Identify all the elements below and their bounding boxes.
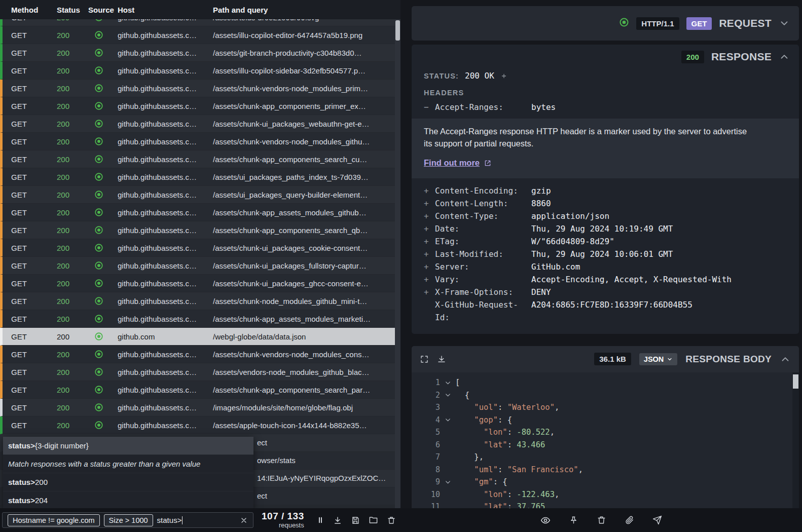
autocomplete-item[interactable]: status>204 [3,491,253,509]
expand-plus-icon[interactable]: + [424,286,435,298]
autocomplete-item[interactable]: Match responses with a status greater th… [3,454,253,473]
row-method: GET [11,49,57,57]
row-path: ect [257,491,267,500]
header-row[interactable]: +Vary:Accept-Encoding, Accept, X-Request… [412,273,799,286]
request-section-header[interactable]: HTTP/1.1 GET REQUEST [412,6,799,41]
expand-plus-icon[interactable]: + [424,273,435,286]
table-row[interactable]: GET 200 github.githubassets.c… /assets/c… [0,80,395,97]
table-row[interactable]: GET 200 github.githubassets.c… /assets/v… [0,363,395,381]
header-row[interactable]: +Content-Length:8860 [412,197,799,210]
row-status-badge: 200 [57,155,88,164]
filter-input[interactable]: status> [157,516,183,524]
request-counter: 107 / 133 requests [262,511,304,529]
jump-to-end-icon[interactable] [333,516,342,525]
editor-scrollbar-thumb[interactable] [793,374,798,389]
header-name: Accept-Ranges: [435,101,531,113]
paperclip-icon[interactable] [625,515,634,525]
header-row[interactable]: +Content-Encoding:gzip [412,184,799,197]
pin-icon[interactable] [569,515,578,525]
table-row[interactable]: GET 200 github.githubassets.c… /assets/c… [0,346,395,363]
chevron-down-icon [667,356,673,362]
filter-chip[interactable]: Size > 1000 [104,514,153,526]
table-row[interactable]: GET 200 github.githubassets.c… /assets/c… [0,133,395,150]
header-row[interactable]: +Content-Type:application/json [412,210,799,222]
code-text: "uol": "Waterloo", [455,403,559,412]
header-row[interactable]: +Date:Thu, 29 Aug 2024 10:19:49 GMT [412,222,799,235]
response-body-header[interactable]: 36.1 kB JSON RESPONSE BODY [412,346,799,372]
table-row[interactable]: GET 200 github.githubassets.c… /assets/c… [0,221,395,239]
table-row[interactable]: GET 200 github.githubassets.c… /assets/u… [0,168,395,186]
header-row[interactable]: −Accept-Ranges:bytes [412,101,799,113]
table-row[interactable]: GET 200 github.githubassets.c… /assets/t… [0,19,395,26]
table-row[interactable]: GET 200 github.githubassets.c… /assets/c… [0,292,395,310]
header-row[interactable]: +Server:GitHub.com [412,260,799,273]
pause-intercept-icon[interactable] [316,516,324,524]
send-icon[interactable] [652,515,662,525]
table-row[interactable]: GET 200 github.githubassets.c… /assets/a… [0,416,395,434]
table-row[interactable]: GET 200 github.githubassets.c… /assets/i… [0,62,395,80]
body-code-editor[interactable]: 1[2 {3 "uol": "Waterloo",4 "gop": {5 "lo… [412,372,799,508]
chevron-up-icon[interactable] [779,51,790,62]
response-section-header[interactable]: 200 RESPONSE [412,45,799,69]
row-status-badge: 200 [57,279,88,288]
format-select[interactable]: JSON [639,353,678,365]
delete-trash-icon[interactable] [597,515,606,525]
code-line: 6 "lat": 43.466 [412,438,799,451]
expand-plus-icon[interactable]: + [424,197,435,210]
fold-chevron-icon[interactable] [440,416,455,423]
table-scrollbar[interactable] [395,19,400,508]
expand-plus-icon[interactable]: + [424,235,435,248]
table-row[interactable]: GET 200 github.githubassets.c… /assets/c… [0,310,395,328]
expand-plus-icon[interactable]: + [424,248,435,260]
header-row[interactable]: +ETag:W/"66d04809-8d29" [412,235,799,248]
expand-fullscreen-icon[interactable] [420,355,429,364]
chevron-down-icon[interactable] [779,18,790,29]
table-row[interactable]: GET 200 github.githubassets.c… /assets/c… [0,275,395,292]
expand-plus-icon[interactable]: + [424,210,435,222]
fold-chevron-icon[interactable] [440,379,455,386]
table-row[interactable]: GET 200 github.githubassets.c… /assets/c… [0,115,395,133]
collapse-minus-icon[interactable]: − [424,101,435,113]
save-export-icon[interactable] [351,516,360,525]
filter-input-box[interactable]: Hostname != google.comSize > 1000 status… [2,512,253,528]
row-path: /assets/telds-dr0e2109dr99.svg [213,19,395,22]
fold-chevron-icon[interactable] [440,392,455,398]
open-folder-icon[interactable] [369,515,378,525]
table-scrollbar-thumb[interactable] [395,20,400,41]
table-row[interactable]: GET 200 github.githubassets.c… /images/m… [0,399,395,416]
fold-chevron-icon[interactable] [440,479,455,485]
expand-plus-icon[interactable]: + [424,222,435,235]
protocol-badge: HTTP/1.1 [636,17,679,30]
table-row[interactable]: GET 200 github.githubassets.c… /assets/c… [0,97,395,115]
table-row[interactable]: GET 200 github.githubassets.c… /assets/c… [0,381,395,399]
autocomplete-item[interactable]: status>{3-digit number} [3,437,253,454]
code-text: "lon": -80.522, [455,428,555,437]
plus-icon[interactable] [500,72,507,80]
table-row[interactable]: GET 200 github.githubassets.c… /assets/c… [0,239,395,257]
download-body-icon[interactable] [437,355,446,364]
header-row[interactable]: +X-Frame-Options:DENY [412,286,799,298]
editor-scrollbar[interactable] [792,372,799,508]
clear-filter-icon[interactable] [240,516,248,524]
clear-list-trash-icon[interactable] [387,516,396,525]
chevron-up-icon[interactable] [780,354,791,365]
table-row[interactable]: GET 200 github.githubassets.c… /assets/i… [0,26,395,44]
expand-plus-icon[interactable]: + [424,260,435,273]
view-eye-icon[interactable] [540,515,551,525]
header-value: gzip [531,184,790,197]
header-row[interactable]: +Last-Modified:Thu, 29 Aug 2024 10:06:01… [412,248,799,260]
expand-plus-icon[interactable]: + [424,184,435,197]
autocomplete-item[interactable]: status>200 [3,473,253,491]
table-row[interactable]: GET 200 github.com /webgl-globe/data/dat… [0,328,395,346]
header-name: ETag: [435,235,531,248]
row-host: github.githubassets.c… [118,386,213,394]
header-row[interactable]: X-GitHub-Request-Id:A204:6865:FC7E8D:163… [412,298,799,324]
table-row[interactable]: GET 200 github.githubassets.c… /assets/u… [0,186,395,204]
table-row[interactable]: GET 200 github.githubassets.c… /assets/c… [0,204,395,221]
filter-chip[interactable]: Hostname != google.com [8,514,100,526]
table-row[interactable]: GET 200 github.githubassets.c… /assets/c… [0,150,395,168]
table-row[interactable]: GET 200 github.githubassets.c… /assets/g… [0,44,395,62]
status-value: 200 OK [465,71,494,81]
table-row[interactable]: GET 200 github.githubassets.c… /assets/c… [0,257,395,275]
find-out-more-link[interactable]: Find out more [424,157,787,169]
